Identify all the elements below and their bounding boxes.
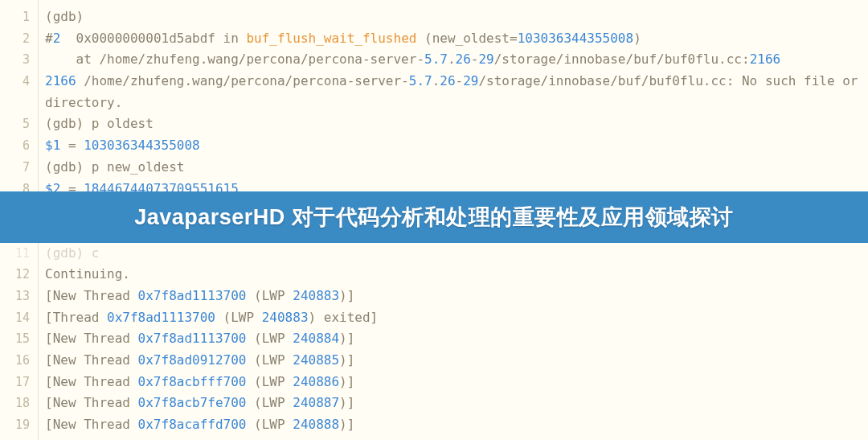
code-line: (gdb) [45, 6, 868, 28]
text: )] [339, 331, 354, 346]
version: 5.7 [424, 51, 448, 67]
gdb-prompt: (gdb) [45, 9, 84, 24]
gdb-command: (gdb) p new_oldest [45, 159, 184, 175]
lwp-id: 240885 [293, 352, 339, 368]
code-line: at /home/zhufeng.wang/percona/percona-se… [45, 49, 868, 71]
text: [New Thread [45, 352, 138, 368]
line-number: 1 [0, 6, 38, 28]
line-ref: 2166 [750, 51, 781, 67]
code-line: (gdb) c [45, 243, 868, 265]
code-line: [New Thread 0x7f8ad0912700 (LWP 240885)] [45, 350, 868, 372]
version: 26 [440, 73, 455, 88]
code-line: [New Thread 0x7f8aca7fc700 (LWP 240889)] [45, 436, 868, 440]
lwp-id: 240886 [293, 374, 339, 389]
version: 26 [456, 51, 471, 67]
code-line: [New Thread 0x7f8ad1113700 (LWP 240883)] [45, 286, 868, 307]
line-number: 6 [0, 135, 38, 157]
path-text: /home/zhufeng.wang/percona/percona-serve… [76, 73, 409, 88]
thread-address: 0x7f8ad1113700 [138, 288, 247, 303]
text: )] [339, 352, 354, 368]
text: (LWP [246, 352, 293, 368]
code-line: #2 0x0000000001d5abdf in buf_flush_wait_… [45, 28, 868, 50]
lwp-id: 240888 [293, 417, 339, 432]
text: [New Thread [45, 417, 138, 432]
code-line: $1 = 103036344355008 [45, 135, 868, 157]
line-number: 2 [0, 28, 38, 50]
thread-address: 0x7f8acb7fe700 [138, 395, 247, 410]
text: )] [339, 395, 354, 410]
code-line: Continuing. [45, 264, 868, 286]
text: . [448, 51, 456, 67]
code-line: [New Thread 0x7f8acaffd700 (LWP 240888)] [45, 414, 868, 436]
line-number: 5 [0, 113, 38, 135]
text: ) [633, 31, 641, 46]
thread-address: 0x7f8ad1113700 [107, 310, 215, 325]
frame-number: 2 [53, 31, 61, 46]
path-text: /storage/innobase/buf/buf0flu.cc: [494, 51, 750, 67]
text: . [432, 73, 440, 88]
text: [Thread [45, 310, 107, 325]
thread-address: 0x7f8ad0912700 [138, 352, 247, 368]
code-line: (gdb) p oldest [45, 113, 868, 135]
line-ref: 2166 [45, 73, 76, 88]
text: (LWP [246, 288, 293, 303]
thread-address: 0x7f8acaffd700 [138, 417, 247, 432]
text: (LWP [246, 395, 293, 410]
code-line: [New Thread 0x7f8acb7fe700 (LWP 240887)] [45, 393, 868, 414]
lwp-id: 240884 [293, 331, 339, 346]
line-number: 7 [0, 157, 38, 179]
text: [New Thread [45, 288, 138, 303]
text: )] [339, 374, 354, 389]
version: 5.7 [409, 73, 432, 88]
text: (LWP [246, 374, 293, 389]
line-number: 4 [0, 71, 38, 113]
line-number: 12 [0, 264, 38, 286]
line-number: 15 [0, 328, 38, 350]
text: )] [339, 417, 354, 432]
code-line: 2166 /home/zhufeng.wang/percona/percona-… [45, 71, 868, 113]
text: - [456, 73, 464, 88]
frame-hash: # [45, 31, 53, 46]
text: (LWP [246, 417, 293, 432]
line-number: 20 [0, 436, 38, 440]
text: )] [339, 288, 354, 303]
gdb-command: (gdb) p oldest [45, 116, 154, 131]
text: (LWP [215, 310, 262, 325]
line-number: 11 [0, 243, 38, 265]
code-line: (gdb) p new_oldest [45, 157, 868, 179]
thread-address: 0x7f8ad1113700 [138, 331, 247, 346]
line-number: 13 [0, 286, 38, 307]
text: ) exited] [309, 310, 379, 325]
code-line: [Thread 0x7f8ad1113700 (LWP 240883) exit… [45, 307, 868, 329]
version: 29 [463, 73, 478, 88]
gdb-var: $1 [45, 138, 60, 153]
value: 103036344355008 [84, 138, 200, 153]
value: 103036344355008 [518, 31, 634, 46]
lwp-id: 240883 [293, 288, 339, 303]
continuing-text: Continuing. [45, 266, 130, 282]
version: 29 [478, 51, 493, 67]
text: (LWP [246, 331, 293, 346]
path-text: at /home/zhufeng.wang/percona/percona-se… [45, 51, 424, 67]
line-number: 3 [0, 49, 38, 71]
line-number: 18 [0, 393, 38, 414]
banner-title: JavaparserHD 对于代码分析和处理的重要性及应用领域探讨 [134, 203, 734, 232]
function-name: buf_flush_wait_flushed [246, 31, 416, 46]
lwp-id: 240883 [262, 310, 309, 325]
gdb-command: (gdb) c [45, 245, 99, 261]
text: (new_oldest= [416, 31, 517, 46]
text: [New Thread [45, 374, 138, 389]
overlay-banner: JavaparserHD 对于代码分析和处理的重要性及应用领域探讨 [0, 191, 868, 243]
lwp-id: 240887 [293, 395, 339, 410]
text: [New Thread [45, 395, 138, 410]
line-number: 14 [0, 307, 38, 329]
thread-address: 0x7f8acbfff700 [138, 374, 247, 389]
text: 0x0000000001d5abdf in [60, 31, 246, 46]
line-number: 17 [0, 372, 38, 393]
line-number: 16 [0, 350, 38, 372]
line-number: 19 [0, 414, 38, 436]
text: = [60, 138, 84, 153]
text: [New Thread [45, 331, 138, 346]
code-line: [New Thread 0x7f8acbfff700 (LWP 240886)] [45, 372, 868, 393]
code-line: [New Thread 0x7f8ad1113700 (LWP 240884)] [45, 328, 868, 350]
